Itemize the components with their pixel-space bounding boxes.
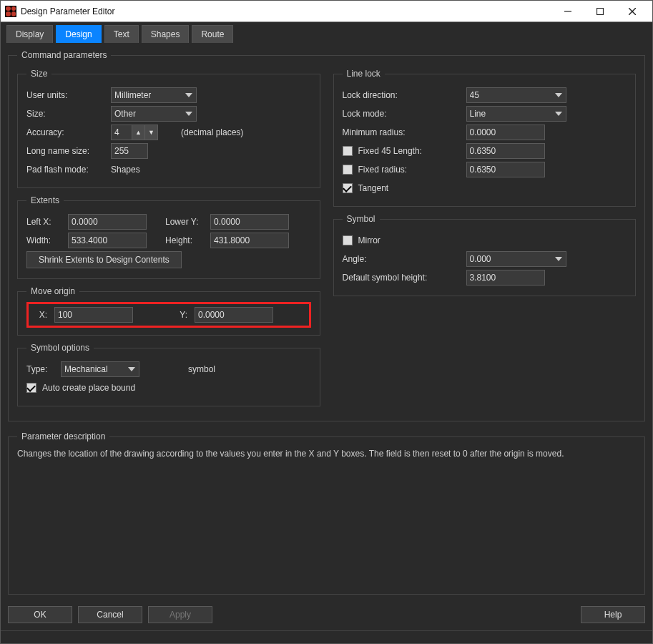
fixed45-checkbox[interactable] — [343, 146, 353, 156]
fixed45-input[interactable] — [466, 143, 545, 159]
width-input[interactable] — [68, 233, 147, 248]
default-height-input[interactable] — [466, 270, 545, 286]
extents-legend: Extents — [26, 195, 64, 205]
title-bar: Design Parameter Editor — [1, 1, 652, 22]
command-parameters-group: Command parameters Size User units: Mill… — [8, 50, 645, 421]
tab-strip: Display Design Text Shapes Route — [1, 22, 652, 43]
lowery-label: Lower Y: — [165, 217, 205, 227]
tangent-label: Tangent — [358, 183, 389, 193]
height-label: Height: — [165, 235, 205, 245]
command-parameters-legend: Command parameters — [17, 50, 111, 60]
width-label: Width: — [26, 235, 62, 245]
symbol-type-suffix: symbol — [188, 364, 215, 374]
svg-rect-1 — [596, 8, 603, 14]
auto-create-label: Auto create place bound — [42, 383, 135, 393]
lock-mode-label: Lock mode: — [343, 109, 461, 119]
parameter-description-group: Parameter description Changes the locati… — [8, 431, 645, 595]
move-origin-legend: Move origin — [26, 286, 79, 296]
right-column: Line lock Lock direction: 45 Lock mode: — [333, 66, 637, 414]
default-height-label: Default symbol height: — [343, 273, 461, 283]
cancel-button[interactable]: Cancel — [78, 606, 142, 623]
help-button[interactable]: Help — [581, 606, 645, 623]
min-radius-label: Minimum radius: — [343, 127, 461, 137]
move-origin-highlight: X: Y: — [26, 302, 311, 328]
auto-create-checkbox[interactable] — [26, 383, 36, 393]
mirror-label: Mirror — [358, 235, 380, 245]
accuracy-step-up[interactable]: ▲ — [132, 125, 145, 140]
lock-mode-select[interactable]: Line — [466, 106, 566, 122]
symbol-type-select[interactable]: Mechanical — [61, 361, 139, 377]
size-group: Size User units: Millimeter Size: — [17, 69, 320, 188]
minimize-icon — [564, 8, 571, 15]
accuracy-suffix: (decimal places) — [181, 127, 243, 137]
accuracy-label: Accuracy: — [26, 127, 105, 137]
symbol-options-group: Symbol options Type: Mechanical symbol — [17, 343, 320, 406]
lock-direction-label: Lock direction: — [343, 90, 461, 100]
origin-y-input[interactable] — [195, 307, 273, 323]
accuracy-input[interactable] — [111, 125, 132, 140]
min-radius-input[interactable] — [466, 125, 545, 140]
symbol-legend: Symbol — [343, 214, 380, 224]
lowery-input[interactable] — [210, 214, 289, 230]
close-icon — [629, 8, 636, 15]
size-label: Size: — [26, 109, 105, 119]
pad-flash-value: Shapes — [111, 165, 140, 175]
long-name-input[interactable] — [111, 143, 148, 159]
angle-label: Angle: — [343, 254, 461, 264]
extents-group: Extents Left X: Lower Y: Width: Height: — [17, 195, 320, 279]
caret-up-icon: ▲ — [135, 130, 142, 136]
design-parameter-editor-window: Design Parameter Editor Display Design T… — [0, 0, 653, 644]
accuracy-step-down[interactable]: ▼ — [145, 125, 158, 140]
fixed-radius-label: Fixed radius: — [358, 165, 408, 175]
maximize-button[interactable] — [584, 1, 616, 22]
long-name-label: Long name size: — [26, 146, 105, 156]
leftx-input[interactable] — [68, 214, 147, 230]
fixed-radius-input[interactable] — [466, 162, 545, 177]
line-lock-group: Line lock Lock direction: 45 Lock mode: — [333, 69, 637, 207]
lock-direction-select[interactable]: 45 — [466, 87, 566, 103]
origin-y-label: Y: — [172, 310, 187, 320]
pad-flash-label: Pad flash mode: — [26, 165, 105, 175]
minimize-button[interactable] — [551, 1, 584, 22]
fixed-radius-checkbox[interactable] — [343, 165, 353, 175]
parameter-description-legend: Parameter description — [17, 431, 109, 441]
symbol-group: Symbol Mirror Angle: 0.000 — [333, 214, 637, 296]
app-icon — [5, 6, 16, 17]
parameter-description-text: Changes the location of the drawing acco… — [17, 447, 636, 459]
accuracy-spinner[interactable]: ▲ ▼ — [111, 125, 158, 140]
tab-shapes[interactable]: Shapes — [142, 25, 190, 43]
apply-button[interactable]: Apply — [148, 606, 212, 623]
status-bar — [1, 630, 652, 643]
line-lock-legend: Line lock — [343, 69, 385, 79]
shrink-extents-button[interactable]: Shrink Extents to Design Contents — [26, 251, 182, 268]
tab-design[interactable]: Design — [56, 25, 101, 43]
tab-display[interactable]: Display — [6, 25, 53, 43]
dialog-footer: OK Cancel Apply Help — [1, 602, 652, 630]
drawing-size-select[interactable]: Other — [111, 106, 197, 122]
user-units-select[interactable]: Millimeter — [111, 87, 197, 103]
window-title: Design Parameter Editor — [21, 6, 551, 16]
tab-route[interactable]: Route — [192, 25, 233, 43]
move-origin-group: Move origin X: Y: — [17, 286, 320, 336]
origin-x-label: X: — [31, 310, 47, 320]
size-legend: Size — [26, 69, 51, 79]
symbol-options-legend: Symbol options — [26, 343, 94, 353]
left-column: Size User units: Millimeter Size: — [17, 66, 320, 414]
maximize-icon — [596, 8, 604, 15]
tab-text[interactable]: Text — [104, 25, 139, 43]
angle-select[interactable]: 0.000 — [466, 251, 566, 267]
leftx-label: Left X: — [26, 217, 62, 227]
fixed45-label: Fixed 45 Length: — [358, 146, 422, 156]
symbol-type-label: Type: — [26, 364, 55, 374]
origin-x-input[interactable] — [54, 307, 133, 323]
ok-button[interactable]: OK — [8, 606, 72, 623]
caret-down-icon: ▼ — [148, 130, 154, 136]
close-button[interactable] — [616, 1, 648, 22]
mirror-checkbox[interactable] — [343, 235, 353, 245]
user-units-label: User units: — [26, 90, 105, 100]
tangent-checkbox[interactable] — [343, 183, 353, 193]
height-input[interactable] — [210, 233, 289, 248]
